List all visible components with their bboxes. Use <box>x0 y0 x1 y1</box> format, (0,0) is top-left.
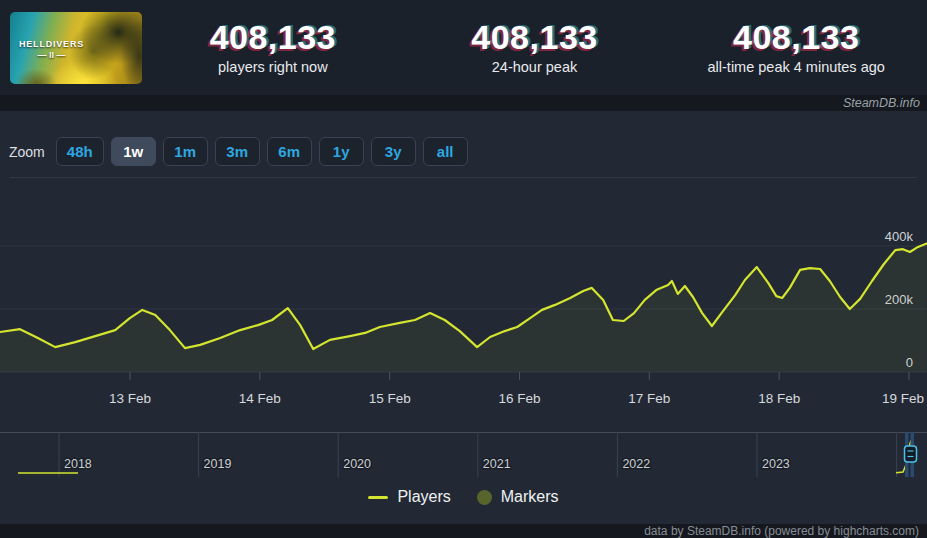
range-button-48h[interactable]: 48h <box>56 137 104 166</box>
zoom-toolbar: Zoom 48h 1w 1m 3m 6m 1y 3y all <box>9 137 468 166</box>
chart-navigator[interactable]: 201820192020202120222023 <box>0 425 927 485</box>
legend-item-markers[interactable]: Markers <box>477 488 559 506</box>
x-axis-label: 19 Feb <box>882 391 924 406</box>
brand-bar: SteamDB.info <box>0 95 927 111</box>
stat-alltime-peak: 408,133 all-time peak 4 minutes ago <box>665 20 927 76</box>
game-logo-numeral: — II — <box>19 50 84 60</box>
navigator-year-label: 2020 <box>343 457 371 471</box>
markers-circle-swatch <box>477 490 492 505</box>
game-capsule-image[interactable]: HELLDIVERS — II — <box>10 12 142 84</box>
steamdb-watermark: SteamDB.info <box>843 95 920 111</box>
range-button-1w[interactable]: 1w <box>111 137 156 166</box>
header: HELLDIVERS — II — 408,133 players right … <box>0 0 927 95</box>
stat-24h-peak: 408,133 24-hour peak <box>404 20 666 76</box>
x-axis-label: 18 Feb <box>758 391 800 406</box>
range-button-3y[interactable]: 3y <box>371 137 416 166</box>
toolbar-divider <box>10 177 917 178</box>
players-chart-plot[interactable]: 400k200k013 Feb14 Feb15 Feb16 Feb17 Feb1… <box>0 180 927 425</box>
stat-players-now: 408,133 players right now <box>142 20 404 76</box>
range-button-1m[interactable]: 1m <box>163 137 208 166</box>
game-logo-title: HELLDIVERS <box>19 39 84 49</box>
header-stats: 408,133 players right now 408,133 24-hou… <box>142 20 927 76</box>
legend-players-label: Players <box>397 488 450 506</box>
y-axis-label: 400k <box>885 229 914 244</box>
legend-item-players[interactable]: Players <box>368 488 450 506</box>
navigator-year-label: 2022 <box>622 457 650 471</box>
navigator-year-label: 2023 <box>762 457 790 471</box>
range-button-1y[interactable]: 1y <box>319 137 364 166</box>
players-area-fill <box>0 244 927 373</box>
chart-section: Zoom 48h 1w 1m 3m 6m 1y 3y all 400k200k0… <box>0 111 927 524</box>
alltime-peak-label: all-time peak 4 minutes ago <box>665 59 927 75</box>
navigator-year-label: 2018 <box>64 457 92 471</box>
peak-24h-value: 408,133 <box>404 20 666 56</box>
credits-bar: data by SteamDB.info (powered by highcha… <box>0 524 927 538</box>
navigator-handle[interactable] <box>905 446 917 462</box>
chart-legend: Players Markers <box>0 488 927 506</box>
x-axis-label: 13 Feb <box>109 391 151 406</box>
chart-credit[interactable]: data by SteamDB.info (powered by highcha… <box>644 524 919 538</box>
players-now-label: players right now <box>142 59 404 75</box>
x-axis-label: 15 Feb <box>369 391 411 406</box>
range-button-all[interactable]: all <box>423 137 468 166</box>
game-logo: HELLDIVERS — II — <box>19 39 84 60</box>
x-axis-label: 14 Feb <box>239 391 281 406</box>
legend-markers-label: Markers <box>501 488 559 506</box>
players-now-value: 408,133 <box>142 20 404 56</box>
navigator-year-label: 2021 <box>483 457 511 471</box>
alltime-peak-value: 408,133 <box>665 20 927 56</box>
x-axis-label: 16 Feb <box>498 391 540 406</box>
steamdb-chart-page: HELLDIVERS — II — 408,133 players right … <box>0 0 927 538</box>
range-button-3m[interactable]: 3m <box>215 137 260 166</box>
players-line-swatch <box>368 496 388 499</box>
x-axis-label: 17 Feb <box>628 391 670 406</box>
range-button-6m[interactable]: 6m <box>267 137 312 166</box>
peak-24h-label: 24-hour peak <box>404 59 666 75</box>
navigator-year-label: 2019 <box>204 457 232 471</box>
zoom-label: Zoom <box>9 144 45 160</box>
